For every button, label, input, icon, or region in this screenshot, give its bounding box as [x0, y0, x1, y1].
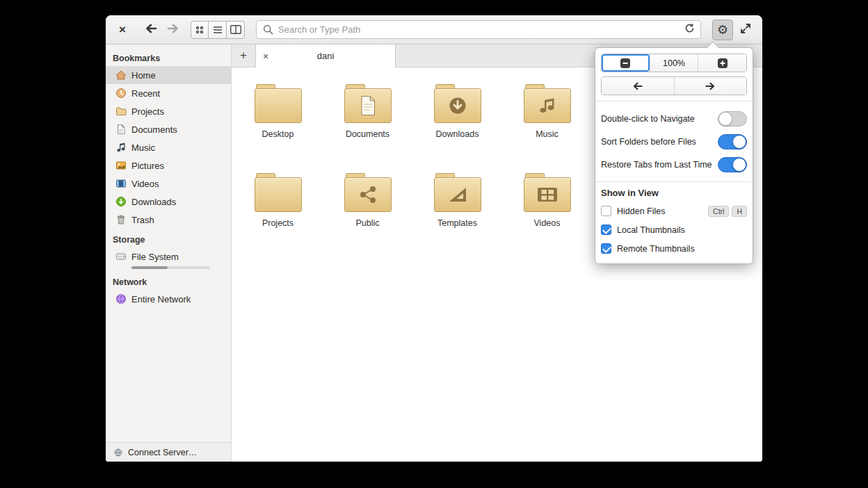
key-ctrl: Ctrl [708, 206, 729, 217]
fullscreen-icon [740, 23, 751, 34]
file-name: Videos [502, 218, 592, 228]
popover-back-button[interactable] [602, 77, 674, 95]
folder-public-icon [344, 173, 392, 212]
share-emblem-icon [344, 177, 392, 212]
music-note-icon [115, 142, 127, 153]
remote-thumbnails-row[interactable]: Remote Thumbnails [601, 239, 747, 258]
tab-label: dani [256, 44, 395, 67]
folder-downloads-icon [434, 84, 481, 123]
forward-arrow-icon [167, 23, 179, 34]
film-icon [115, 178, 127, 189]
sidebar-item-music[interactable]: Music [106, 138, 231, 156]
folder-icon [115, 106, 127, 117]
column-view-icon [230, 25, 241, 34]
zoom-out-button[interactable] [602, 54, 650, 72]
tab-close-button[interactable]: × [263, 44, 268, 67]
restore-tabs-switch[interactable] [718, 157, 747, 172]
view-switcher [191, 21, 245, 39]
forward-button[interactable] [167, 23, 179, 37]
checkbox-label: Remote Thumbnails [617, 244, 695, 254]
folder-videos-icon [524, 173, 571, 212]
toggle-label: Sort Folders before Files [601, 137, 718, 147]
refresh-icon [684, 23, 695, 33]
video-emblem-icon [524, 177, 571, 212]
sidebar-item-label: Recent [131, 88, 160, 99]
fullscreen-button[interactable] [740, 23, 751, 37]
file-name: Public [323, 218, 412, 228]
list-view-button[interactable] [209, 21, 227, 39]
new-tab-button[interactable]: + [232, 44, 255, 67]
download-circle-icon [115, 196, 127, 207]
zoom-control: 100% [601, 54, 747, 72]
file-name: Templates [412, 218, 502, 228]
sidebar-item-label: Pictures [131, 161, 164, 171]
local-thumbnails-checkbox[interactable] [601, 225, 611, 235]
toggle-sort-folders: Sort Folders before Files [601, 130, 747, 153]
show-in-view-title: Show in View [601, 188, 747, 198]
sidebar: Bookmarks Home Recent Projects [106, 44, 232, 462]
settings-popover: 100% Double-click to Navigate Sort Folde… [595, 47, 753, 264]
column-view-button[interactable] [227, 21, 245, 39]
hidden-files-checkbox[interactable] [601, 206, 611, 216]
refresh-button[interactable] [684, 23, 695, 36]
zoom-in-button[interactable] [698, 54, 746, 72]
file-item-desktop[interactable]: Desktop [233, 84, 323, 173]
sidebar-item-recent[interactable]: Recent [106, 84, 231, 102]
tab-dani[interactable]: × dani [255, 44, 396, 67]
file-item-documents[interactable]: Documents [323, 84, 412, 173]
switch-knob [732, 158, 746, 172]
sort-folders-switch[interactable] [718, 134, 747, 149]
search-icon [262, 24, 273, 35]
key-h: H [732, 206, 747, 217]
file-item-templates[interactable]: Templates [412, 173, 502, 262]
disk-usage-fill [131, 266, 168, 269]
sidebar-item-file-system[interactable]: File System [106, 247, 231, 266]
sidebar-item-documents[interactable]: Documents [106, 120, 231, 138]
window-close-button[interactable]: × [115, 23, 129, 37]
list-view-icon [213, 26, 223, 34]
sidebar-item-trash[interactable]: Trash [106, 211, 231, 229]
sidebar-item-label: Music [131, 143, 155, 153]
sidebar-item-label: Downloads [131, 197, 176, 207]
document-icon [115, 124, 127, 135]
checkbox-label: Hidden Files [617, 206, 665, 216]
disk-usage-bar [131, 266, 210, 269]
switch-knob [718, 112, 732, 126]
popover-nav-control [601, 76, 747, 95]
local-thumbnails-row[interactable]: Local Thumbnails [601, 220, 747, 239]
file-item-downloads[interactable]: Downloads [412, 84, 502, 173]
search-input[interactable] [278, 24, 680, 35]
sidebar-item-projects[interactable]: Projects [106, 102, 231, 120]
folder-templates-icon [434, 173, 481, 212]
grid-view-button[interactable] [191, 21, 209, 39]
separator [595, 181, 753, 182]
folder-music-icon [524, 84, 571, 123]
folder-icon [255, 173, 302, 212]
forward-arrow-icon [705, 81, 716, 91]
file-name: Downloads [412, 129, 502, 139]
settings-button[interactable]: ⚙ [712, 19, 733, 40]
connect-server-label: Connect Server… [128, 448, 197, 457]
network-globe-icon [115, 293, 127, 304]
back-button[interactable] [145, 23, 157, 37]
zoom-in-icon [717, 58, 728, 69]
connect-server-button[interactable]: Connect Server… [106, 442, 231, 462]
templates-emblem-icon [434, 177, 481, 212]
double-click-switch[interactable] [718, 111, 747, 127]
popover-forward-button[interactable] [674, 77, 747, 95]
sidebar-section-bookmarks: Bookmarks [106, 47, 231, 66]
remote-thumbnails-checkbox[interactable] [601, 243, 611, 254]
file-item-projects[interactable]: Projects [233, 173, 323, 262]
sidebar-item-entire-network[interactable]: Entire Network [106, 290, 231, 308]
sidebar-item-downloads[interactable]: Downloads [106, 193, 231, 211]
download-emblem-icon [434, 88, 481, 123]
file-item-videos[interactable]: Videos [502, 173, 592, 262]
sidebar-item-home[interactable]: Home [106, 66, 231, 84]
file-item-public[interactable]: Public [323, 173, 412, 262]
file-item-music[interactable]: Music [502, 84, 592, 173]
zoom-level-button[interactable]: 100% [650, 54, 698, 72]
toggle-label: Restore Tabs from Last Time [601, 160, 718, 170]
hidden-files-row[interactable]: Hidden Files Ctrl H [601, 202, 747, 220]
sidebar-item-videos[interactable]: Videos [106, 174, 231, 193]
sidebar-item-pictures[interactable]: Pictures [106, 156, 231, 174]
